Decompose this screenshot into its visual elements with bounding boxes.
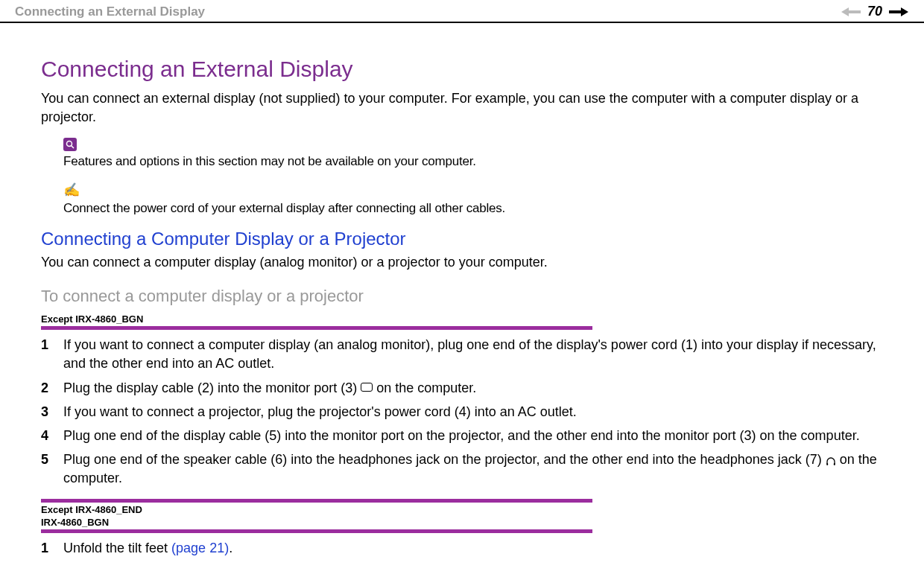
- headphones-icon: [826, 453, 836, 464]
- prev-page-button[interactable]: [841, 4, 861, 19]
- arrow-right-icon: [889, 7, 908, 17]
- list-item: 1 Unfold the tilt feet (page 21).: [41, 539, 883, 558]
- step-text-post: .: [229, 541, 232, 555]
- svg-rect-5: [834, 463, 835, 465]
- svg-marker-0: [841, 7, 861, 16]
- step-text-pre: Unfold the tilt feet: [63, 541, 171, 555]
- model-label-2b: IRX-4860_BGN: [41, 517, 883, 528]
- intro-paragraph: You can connect an external display (not…: [41, 89, 883, 127]
- section-intro: You can connect a computer display (anal…: [41, 253, 883, 272]
- list-item: 1 If you want to connect a computer disp…: [41, 336, 883, 373]
- note-availability: Features and options in this section may…: [63, 153, 883, 171]
- step-text: Plug one end of the speaker cable (6) in…: [63, 450, 883, 488]
- step-number: 5: [41, 450, 63, 488]
- section-heading: Connecting a Computer Display or a Proje…: [41, 229, 883, 249]
- purple-divider: [41, 326, 592, 330]
- arrow-left-icon: [841, 7, 861, 17]
- step-list-2: 1 Unfold the tilt feet (page 21).: [41, 539, 883, 558]
- svg-point-2: [67, 141, 72, 147]
- monitor-port-icon: [361, 383, 373, 392]
- step-number: 2: [41, 379, 63, 398]
- list-item: 4 Plug one end of the display cable (5) …: [41, 427, 883, 445]
- list-item: 2 Plug the display cable (2) into the mo…: [41, 379, 883, 398]
- page-number: 70: [867, 4, 882, 19]
- note-power-cord: Connect the power cord of your external …: [63, 200, 883, 217]
- step-number: 1: [41, 336, 63, 373]
- step-number: 4: [41, 427, 63, 445]
- step-number: 3: [41, 403, 63, 421]
- purple-divider: [41, 529, 592, 533]
- step-text: Plug the display cable (2) into the moni…: [63, 379, 883, 398]
- list-item: 3 If you want to connect a projector, pl…: [41, 403, 883, 421]
- procedure-heading: To connect a computer display or a proje…: [41, 287, 883, 306]
- pencil-icon: ✍: [63, 182, 883, 198]
- page-link[interactable]: (page 21): [171, 541, 229, 555]
- step-text: Unfold the tilt feet (page 21).: [63, 539, 883, 558]
- step-text: If you want to connect a computer displa…: [63, 336, 883, 373]
- svg-rect-4: [826, 463, 828, 465]
- step-text: If you want to connect a projector, plug…: [63, 403, 883, 421]
- step-list-1: 1 If you want to connect a computer disp…: [41, 336, 883, 488]
- svg-line-3: [72, 146, 75, 149]
- step-text: Plug one end of the display cable (5) in…: [63, 427, 883, 445]
- purple-divider: [41, 499, 592, 503]
- svg-marker-1: [889, 7, 908, 16]
- breadcrumb-title: Connecting an External Display: [15, 4, 205, 19]
- info-icon: [63, 138, 77, 151]
- page-heading: Connecting an External Display: [41, 57, 883, 82]
- step-number: 1: [41, 539, 63, 558]
- next-page-button[interactable]: [888, 4, 909, 19]
- model-label-2a: Except IRX-4860_END: [41, 504, 883, 515]
- model-label-1: Except IRX-4860_BGN: [41, 313, 883, 325]
- list-item: 5 Plug one end of the speaker cable (6) …: [41, 450, 883, 488]
